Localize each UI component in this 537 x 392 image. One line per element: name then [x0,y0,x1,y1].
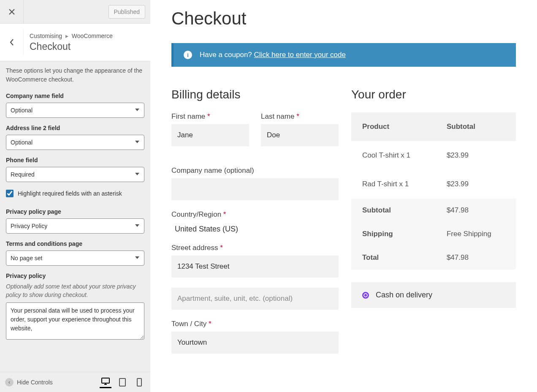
mobile-icon [137,378,142,387]
device-mobile-button[interactable] [133,376,145,388]
subtotal-value: $47.98 [436,199,516,222]
privacy-page-select[interactable]: Privacy Policy [6,218,144,234]
total-label: Total [351,246,436,270]
shipping-label: Shipping [351,222,436,246]
page-title: Checkout [171,8,516,29]
street-label: Street address * [171,244,339,252]
order-section: Your order Product Subtotal Cool T-shirt… [351,88,516,364]
customizer-header: Customising ▸ WooCommerce Checkout [0,24,150,61]
close-icon [8,8,15,15]
subtotal-label: Subtotal [351,199,436,222]
desktop-icon [101,378,110,385]
billing-heading: Billing details [171,88,339,101]
privacy-page-label: Privacy policy page [6,208,144,215]
privacy-policy-textarea[interactable]: Your personal data will be used to proce… [6,302,144,340]
billing-section: Billing details First name * Last name *… [171,88,339,364]
company-field-label: Company name field [6,93,144,99]
shipping-value: Free Shipping [436,222,516,246]
back-button[interactable] [0,30,24,55]
breadcrumb-current: Checkout [30,41,144,52]
terms-page-select[interactable]: No page set [6,250,144,266]
order-item-row: Rad T-shirt x 1 $23.99 [351,170,516,199]
first-name-input[interactable] [171,124,249,146]
payment-method-row[interactable]: Cash on delivery [351,282,516,308]
order-heading: Your order [351,88,516,101]
first-name-label: First name * [171,112,249,121]
coupon-notice: i Have a coupon? Click here to enter you… [171,43,516,67]
phone-field-label: Phone field [6,157,144,163]
close-customizer-button[interactable] [0,0,24,24]
company-label: Company name (optional) [171,166,339,175]
company-input[interactable] [171,178,339,200]
company-field-select[interactable]: Optional [6,103,144,118]
order-table: Product Subtotal Cool T-shirt x 1 $23.99… [351,112,516,270]
svg-rect-2 [137,378,141,386]
order-item-price: $23.99 [436,170,516,199]
coupon-link[interactable]: Click here to enter your code [254,51,346,59]
customizer-footer: ‹ Hide Controls [0,372,150,392]
device-desktop-button[interactable] [100,376,111,388]
intro-text: These options let you change the appeara… [6,66,144,84]
customizer-controls[interactable]: These options let you change the appeara… [0,61,150,372]
hide-controls-label: Hide Controls [17,379,53,386]
last-name-label: Last name * [261,112,339,121]
privacy-policy-label: Privacy policy [6,272,144,279]
highlight-required-checkbox[interactable] [6,190,14,197]
breadcrumb-section: WooCommerce [72,33,113,39]
breadcrumb: Customising ▸ WooCommerce [30,33,144,39]
total-value: $47.98 [436,246,516,270]
privacy-policy-note: Optionally add some text about your stor… [6,283,144,299]
customizer-sidebar: Published Customising ▸ WooCommerce Chec… [0,0,150,392]
device-preview-toggle [100,376,145,388]
order-item-name: Rad T-shirt x 1 [351,170,436,199]
address2-field-select[interactable]: Optional [6,135,144,150]
preview-pane: Checkout i Have a coupon? Click here to … [150,0,537,392]
country-label: Country/Region * [171,210,339,219]
address2-field-label: Address line 2 field [6,125,144,131]
city-label: Town / City * [171,320,339,328]
customizer-topbar: Published [0,0,150,24]
coupon-text: Have a coupon? [200,51,252,59]
device-tablet-button[interactable] [117,376,128,388]
phone-field-select[interactable]: Required [6,167,144,182]
breadcrumb-root: Customising [30,33,62,39]
order-item-row: Cool T-shirt x 1 $23.99 [351,141,516,170]
publish-button[interactable]: Published [108,5,146,19]
radio-selected-icon [362,292,369,299]
svg-rect-0 [102,378,109,383]
street2-input[interactable] [171,288,339,310]
payment-method-label: Cash on delivery [376,291,432,299]
th-subtotal: Subtotal [436,112,516,141]
city-input[interactable] [171,332,339,354]
last-name-input[interactable] [261,124,339,146]
country-value[interactable]: United States (US) [171,222,339,234]
chevron-left-icon [9,38,14,46]
tablet-icon [119,378,126,387]
th-product: Product [351,112,436,141]
svg-rect-1 [119,378,125,386]
collapse-icon: ‹ [5,378,14,387]
highlight-required-label: Highlight required fields with an asteri… [18,190,122,197]
hide-controls-button[interactable]: ‹ Hide Controls [5,378,53,387]
street-input[interactable] [171,256,339,278]
order-item-price: $23.99 [436,141,516,170]
order-item-name: Cool T-shirt x 1 [351,141,436,170]
terms-page-label: Terms and conditions page [6,240,144,247]
info-icon: i [184,51,192,59]
breadcrumb-separator-icon: ▸ [65,33,68,39]
